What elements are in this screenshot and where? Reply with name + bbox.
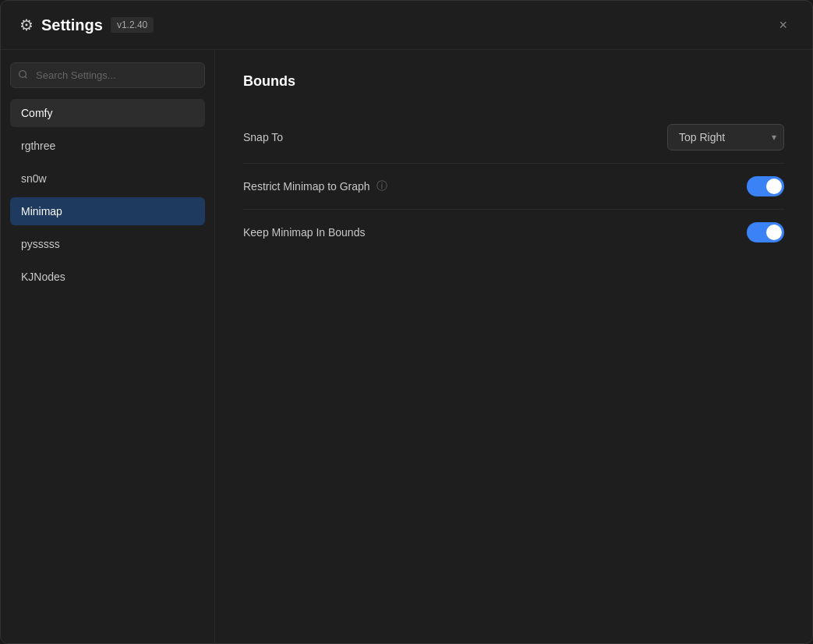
settings-window: ⚙ Settings v1.2.40 × Comfy rgthree (0, 0, 813, 644)
content-area: Bounds Snap To Top Right Top Left Bottom… (215, 50, 812, 643)
svg-point-0 (19, 70, 27, 77)
sidebar-item-sn0w[interactable]: sn0w (10, 165, 205, 193)
keep-in-bounds-toggle[interactable] (747, 222, 784, 242)
title-bar: ⚙ Settings v1.2.40 × (1, 1, 812, 50)
section-title: Bounds (243, 73, 784, 90)
snap-to-select-wrapper: Top Right Top Left Bottom Right Bottom L… (667, 124, 784, 150)
info-icon[interactable]: ⓘ (376, 179, 387, 193)
restrict-minimap-toggle[interactable] (747, 176, 784, 196)
sidebar-item-minimap[interactable]: Minimap (10, 197, 205, 225)
setting-row-keep-in-bounds: Keep Minimap In Bounds (243, 210, 784, 255)
keep-in-bounds-label: Keep Minimap In Bounds (243, 226, 365, 239)
sidebar-item-kjnodes[interactable]: KJNodes (10, 263, 205, 291)
close-button[interactable]: × (772, 15, 794, 35)
sidebar-item-pysssss[interactable]: pysssss (10, 230, 205, 258)
search-icon (18, 69, 28, 82)
setting-row-restrict-minimap: Restrict Minimap to Graph ⓘ (243, 164, 784, 210)
svg-line-1 (25, 76, 27, 78)
restrict-minimap-label: Restrict Minimap to Graph ⓘ (243, 179, 387, 193)
main-content: Comfy rgthree sn0w Minimap pysssss KJNod… (1, 50, 812, 643)
search-container (10, 62, 205, 88)
title-left: ⚙ Settings v1.2.40 (19, 16, 154, 34)
setting-row-snap-to: Snap To Top Right Top Left Bottom Right … (243, 111, 784, 164)
search-input[interactable] (10, 62, 205, 88)
sidebar-item-comfy[interactable]: Comfy (10, 99, 205, 127)
gear-icon: ⚙ (19, 16, 34, 34)
snap-to-select[interactable]: Top Right Top Left Bottom Right Bottom L… (667, 124, 784, 150)
sidebar: Comfy rgthree sn0w Minimap pysssss KJNod… (1, 50, 215, 643)
version-badge: v1.2.40 (111, 17, 154, 33)
sidebar-item-rgthree[interactable]: rgthree (10, 132, 205, 160)
app-title: Settings (41, 16, 103, 34)
snap-to-label: Snap To (243, 131, 283, 143)
